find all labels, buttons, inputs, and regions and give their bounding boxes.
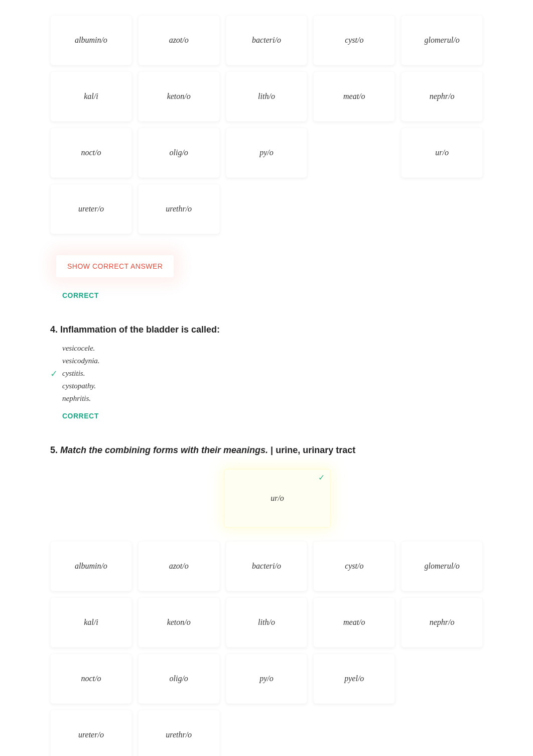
combining-form-tile[interactable]: azot/o [138, 15, 220, 65]
option-cystopathy[interactable]: cystopathy. [62, 382, 483, 390]
status-correct: CORRECT [62, 291, 483, 299]
combining-form-tile[interactable]: noct/o [50, 654, 132, 704]
combining-form-tile[interactable]: glomerul/o [401, 15, 483, 65]
combining-form-tile[interactable]: keton/o [138, 597, 220, 647]
combining-form-tile[interactable]: lith/o [226, 71, 308, 122]
tile-grid-2: albumin/o azot/o bacteri/o cyst/o glomer… [50, 541, 483, 756]
question-4-options: vesicocele. vesicodynia. ✓cystitis. cyst… [50, 344, 483, 403]
combining-form-tile[interactable]: py/o [226, 654, 308, 704]
combining-form-tile[interactable]: ureter/o [50, 710, 132, 756]
show-correct-answer-button[interactable]: SHOW CORRECT ANSWER [56, 255, 174, 277]
combining-form-tile[interactable]: pyel/o [313, 654, 395, 704]
combining-form-tile[interactable]: ureter/o [50, 184, 132, 234]
option-nephritis[interactable]: nephritis. [62, 394, 483, 403]
question-prompt-tail: urine, urinary tract [276, 445, 355, 455]
combining-form-tile[interactable]: olig/o [138, 654, 220, 704]
option-label: vesicodynia. [62, 357, 100, 365]
option-label: nephritis. [62, 394, 91, 403]
check-icon: ✓ [318, 473, 325, 482]
combining-form-tile[interactable]: cyst/o [313, 541, 395, 591]
tile-grid-1: albumin/o azot/o bacteri/o cyst/o glomer… [50, 15, 483, 234]
combining-form-tile[interactable]: bacteri/o [226, 15, 308, 65]
combining-form-tile[interactable]: olig/o [138, 128, 220, 178]
combining-form-tile[interactable]: nephr/o [401, 71, 483, 122]
combining-form-tile[interactable]: py/o [226, 128, 308, 178]
option-label: cystopathy. [62, 382, 96, 390]
combining-form-tile[interactable]: noct/o [50, 128, 132, 178]
combining-form-tile[interactable]: glomerul/o [401, 541, 483, 591]
combining-form-tile[interactable]: urethr/o [138, 710, 220, 756]
check-icon: ✓ [50, 368, 58, 379]
combining-form-tile[interactable]: albumin/o [50, 541, 132, 591]
option-label: cystitis. [62, 369, 85, 378]
question-prompt-lead: Match the combining forms with their mea… [60, 445, 268, 455]
combining-form-tile[interactable]: urethr/o [138, 184, 220, 234]
combining-form-tile[interactable]: azot/o [138, 541, 220, 591]
option-label: vesicocele. [62, 344, 95, 353]
dropzone-value: ur/o [271, 494, 284, 503]
combining-form-tile[interactable]: albumin/o [50, 15, 132, 65]
combining-form-tile[interactable]: meat/o [313, 71, 395, 122]
combining-form-tile[interactable]: meat/o [313, 597, 395, 647]
question-4-heading: 4. Inflammation of the bladder is called… [50, 325, 483, 335]
combining-form-tile[interactable]: keton/o [138, 71, 220, 122]
question-5-heading: 5. Match the combining forms with their … [50, 445, 483, 456]
option-vesicodynia[interactable]: vesicodynia. [62, 357, 483, 365]
option-vesicocele[interactable]: vesicocele. [62, 344, 483, 353]
combining-form-tile[interactable]: nephr/o [401, 597, 483, 647]
question-number: 5. [50, 445, 58, 455]
status-correct: CORRECT [62, 412, 483, 420]
combining-form-tile[interactable]: bacteri/o [226, 541, 308, 591]
combining-form-tile[interactable]: ur/o [401, 128, 483, 178]
combining-form-tile[interactable]: cyst/o [313, 15, 395, 65]
option-cystitis[interactable]: ✓cystitis. [62, 369, 483, 378]
dropzone-row: ✓ ur/o [50, 469, 483, 528]
matching-dropzone[interactable]: ✓ ur/o [224, 469, 331, 528]
combining-form-tile[interactable]: lith/o [226, 597, 308, 647]
combining-form-tile[interactable]: kal/i [50, 597, 132, 647]
combining-form-tile[interactable]: kal/i [50, 71, 132, 122]
